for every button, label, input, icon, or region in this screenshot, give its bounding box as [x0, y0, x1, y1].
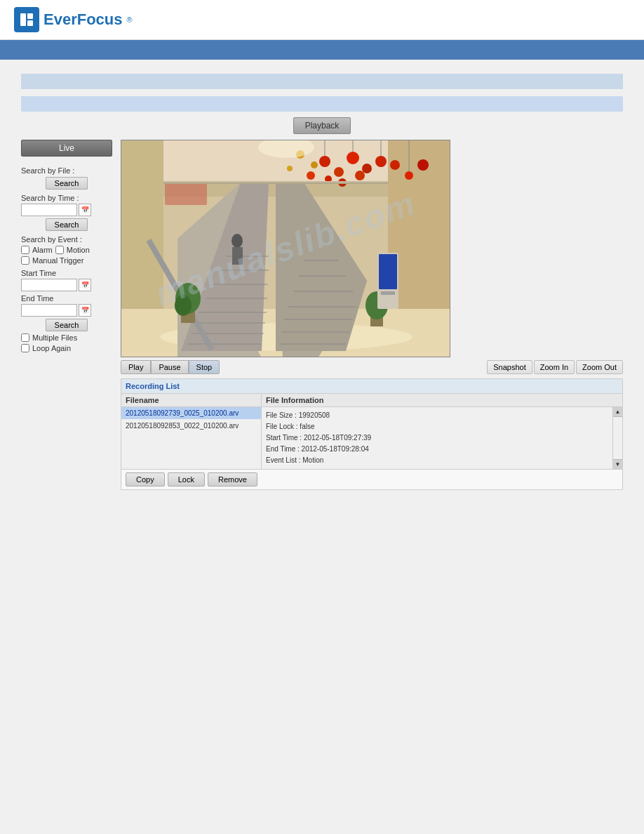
svg-point-48	[405, 171, 413, 180]
playback-button[interactable]: Playback	[293, 117, 351, 134]
view-controls: Snapshot Zoom In Zoom Out	[487, 360, 623, 374]
search-by-event-label: Search by Event :	[21, 235, 112, 244]
loop-again-checkbox[interactable]	[21, 344, 29, 352]
search-by-file-button[interactable]: Search	[46, 177, 88, 190]
file-list: 20120518092739_0025_010200.arv 201205180…	[121, 407, 261, 442]
file-lock: File Lock : false	[266, 421, 608, 432]
manual-trigger-checkbox[interactable]	[21, 256, 29, 265]
svg-point-41	[362, 164, 372, 173]
manual-trigger-label: Manual Trigger	[32, 256, 83, 265]
file-info-details: File Size : 19920508 File Lock : false S…	[262, 407, 612, 469]
file-item-2[interactable]: 20120518092853_0022_010200.arv	[121, 420, 261, 432]
remove-button[interactable]: Remove	[208, 472, 257, 486]
end-time-label: End Time	[21, 294, 112, 303]
scrollbar: ▲ ▼	[612, 407, 622, 469]
motion-label: Motion	[67, 246, 90, 254]
svg-point-32	[175, 295, 192, 316]
end-time-input[interactable]	[21, 304, 77, 317]
pause-button[interactable]: Pause	[151, 360, 188, 374]
svg-point-38	[319, 156, 330, 167]
loop-again-row: Loop Again	[21, 344, 112, 352]
svg-rect-1	[27, 13, 33, 19]
svg-point-42	[375, 156, 387, 167]
video-scene	[121, 140, 450, 357]
time-input-row: 📅	[21, 204, 112, 216]
snapshot-button[interactable]: Snapshot	[487, 360, 532, 374]
svg-rect-2	[27, 20, 33, 26]
alarm-checkbox[interactable]	[21, 246, 29, 254]
time-search-input[interactable]	[21, 204, 77, 216]
stop-button[interactable]: Stop	[189, 360, 220, 374]
scroll-up-button[interactable]: ▲	[613, 407, 622, 417]
svg-point-43	[307, 171, 315, 180]
svg-point-61	[232, 234, 243, 248]
multiple-files-row: Multiple Files	[21, 333, 112, 342]
alarm-label: Alarm	[32, 246, 53, 254]
file-info-scroll: File Size : 19920508 File Lock : false S…	[262, 407, 622, 469]
motion-checkbox[interactable]	[55, 246, 64, 254]
end-time-info: End Time : 2012-05-18T09:28:04	[266, 444, 608, 455]
svg-rect-36	[379, 254, 397, 289]
svg-point-57	[311, 161, 318, 168]
play-button[interactable]: Play	[121, 360, 151, 374]
svg-rect-62	[232, 247, 243, 265]
fileinfo-col-header: File Information	[262, 394, 622, 407]
logo-svg	[18, 11, 35, 28]
search-by-event-button[interactable]: Search	[46, 319, 88, 331]
calendar-button-start[interactable]: 📅	[79, 279, 91, 291]
manual-trigger-row: Manual Trigger	[21, 256, 112, 265]
loop-again-label: Loop Again	[32, 344, 71, 352]
scroll-track	[613, 417, 622, 459]
start-time-input[interactable]	[21, 279, 77, 291]
start-time-label: Start Time	[21, 269, 112, 277]
transport-controls: Play Pause Stop	[121, 360, 220, 374]
zoom-out-button[interactable]: Zoom Out	[576, 360, 623, 374]
file-size: File Size : 19920508	[266, 410, 608, 421]
end-time-input-row: 📅	[21, 304, 112, 317]
multiple-files-label: Multiple Files	[32, 333, 77, 342]
svg-point-47	[390, 160, 400, 170]
playback-controls: Play Pause Stop Snapshot Zoom In Zoom Ou…	[121, 360, 623, 374]
svg-point-40	[347, 152, 359, 164]
calendar-button-time[interactable]: 📅	[79, 204, 91, 216]
zoom-in-button[interactable]: Zoom In	[534, 360, 575, 374]
search-by-time-label: Search by Time :	[21, 194, 112, 202]
logo-text: EverFocus	[43, 11, 123, 29]
alarm-row: Alarm Motion	[21, 246, 112, 254]
fileinfo-column: File Information File Size : 19920508 Fi…	[262, 394, 622, 469]
nav-bar	[0, 40, 644, 60]
file-info-content: File Size : 19920508 File Lock : false S…	[262, 407, 612, 469]
video-area: manualslib.com Play Pause Stop Snapshot …	[121, 140, 623, 490]
search-section: Search by File : Search Search by Time :…	[21, 166, 112, 352]
live-button[interactable]: Live	[21, 140, 112, 157]
search-by-file-label: Search by File :	[21, 166, 112, 175]
svg-rect-0	[20, 13, 26, 26]
content-wrapper: Live Search by File : Search Search by T…	[21, 140, 623, 490]
multiple-files-checkbox[interactable]	[21, 333, 29, 342]
recording-columns: Filename 20120518092739_0025_010200.arv …	[121, 394, 622, 469]
svg-rect-37	[381, 291, 395, 295]
recording-footer: Copy Lock Remove	[121, 469, 622, 489]
video-frame: manualslib.com	[121, 140, 450, 357]
svg-point-39	[334, 167, 344, 177]
logo-sup: ®	[127, 15, 133, 24]
blue-bar	[21, 96, 623, 112]
playback-area: Playback	[21, 117, 623, 134]
copy-button[interactable]: Copy	[126, 472, 165, 486]
filename-column: Filename 20120518092739_0025_010200.arv …	[121, 394, 262, 469]
lock-button[interactable]: Lock	[168, 472, 205, 486]
start-time-info: Start Time : 2012-05-18T09:27:39	[266, 432, 608, 444]
search-by-time-button[interactable]: Search	[46, 218, 88, 231]
header: EverFocus®	[0, 0, 644, 40]
filename-col-header: Filename	[121, 394, 261, 407]
scroll-down-button[interactable]: ▼	[613, 459, 622, 469]
svg-rect-55	[163, 181, 388, 183]
svg-point-46	[355, 171, 365, 180]
svg-point-58	[287, 166, 293, 171]
section-bar	[21, 74, 623, 89]
file-item-1[interactable]: 20120518092739_0025_010200.arv	[121, 407, 261, 420]
logo-icon	[14, 7, 39, 32]
calendar-button-end[interactable]: 📅	[79, 304, 91, 317]
start-time-input-row: 📅	[21, 279, 112, 291]
event-list-info: Event List : Motion	[266, 455, 608, 466]
